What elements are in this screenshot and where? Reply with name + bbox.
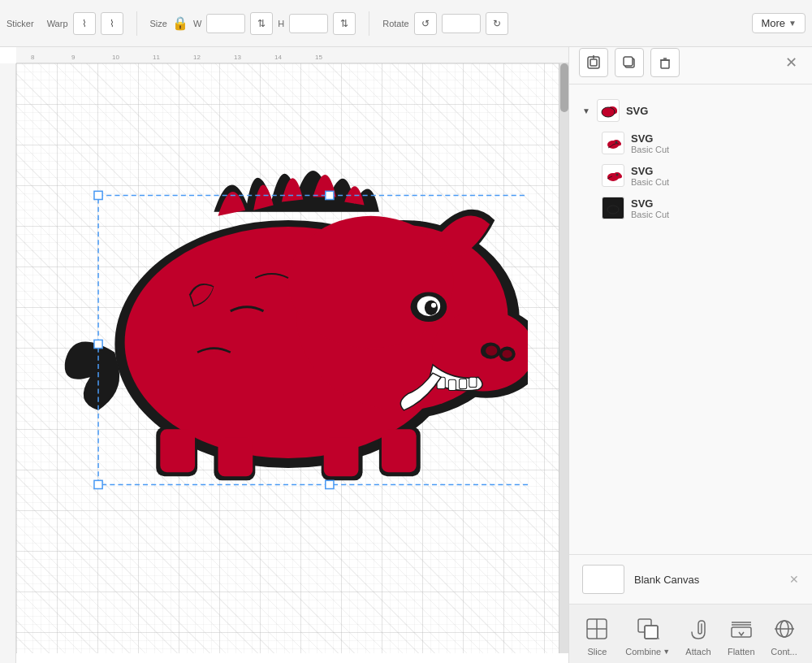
trash-icon: [658, 55, 672, 70]
more-label: More: [761, 17, 785, 29]
panel-bottom-toolbar: Slice Combine ▼: [569, 604, 812, 663]
rotate-cw-btn[interactable]: ↻: [486, 12, 508, 35]
delete-layer-btn[interactable]: [650, 48, 680, 77]
layer-item-sub-2: Basic Cut: [631, 210, 669, 219]
ruler-left: [0, 63, 16, 663]
layers-list: ▼ SVG: [569, 84, 812, 554]
scrollbar-thumb[interactable]: [560, 63, 568, 112]
scrollbar-right[interactable]: [559, 63, 568, 653]
layer-group-header[interactable]: ▼ SVG: [579, 94, 802, 127]
add-layer-btn[interactable]: [579, 48, 608, 77]
width-arrows[interactable]: ⇅: [250, 12, 273, 35]
rotate-label: Rotate: [382, 19, 408, 28]
hog-svg: [49, 145, 528, 494]
layer-group-svg: ▼ SVG: [569, 91, 812, 228]
duplicate-icon: [622, 55, 637, 70]
layer-thumb-svg-0: [603, 133, 623, 153]
svg-rect-26: [469, 377, 477, 387]
sticker-label: Sticker: [6, 19, 34, 28]
panel-toolbar: ✕: [569, 41, 812, 84]
layer-item-info-1: SVG Basic Cut: [631, 165, 669, 187]
layer-thumb-1: [602, 164, 624, 187]
layer-item-name-2: SVG: [631, 197, 669, 210]
svg-rect-31: [94, 340, 102, 348]
svg-rect-34: [326, 480, 334, 488]
height-label: H: [278, 19, 284, 28]
blank-canvas-row: Blank Canvas ✕: [582, 565, 799, 594]
warp-group: Warp ⌇ ⌇: [47, 12, 123, 35]
blank-canvas-label: Blank Canvas: [634, 574, 699, 586]
layer-thumb-svg-2: [603, 198, 623, 218]
layer-item-0[interactable]: SVG Basic Cut: [598, 127, 802, 159]
svg-point-17: [425, 301, 438, 315]
width-input[interactable]: [206, 14, 245, 33]
attach-icon: [684, 614, 713, 644]
layer-item-2[interactable]: SVG Basic Cut: [598, 192, 802, 224]
bottom-tool-flatten[interactable]: Flatten: [727, 614, 756, 656]
more-chevron: ▼: [788, 19, 797, 28]
svg-rect-41: [661, 60, 669, 68]
lock-icon: 🔒: [172, 15, 188, 31]
layer-item-sub-0: Basic Cut: [631, 145, 669, 154]
layer-group-name: SVG: [626, 105, 648, 117]
svg-rect-28: [94, 191, 102, 199]
top-toolbar: Sticker Warp ⌇ ⌇ Size 🔒 W ⇅ H ⇅ Rotate ↺…: [0, 0, 812, 47]
svg-point-10: [288, 216, 453, 349]
combine-label-row: Combine ▼: [625, 647, 670, 656]
size-group: Size 🔒 W ⇅ H ⇅: [150, 12, 356, 35]
main-canvas-area: 8 9 10 11 12 13 14 15: [0, 47, 568, 663]
layer-group-thumb-svg: [598, 101, 618, 120]
svg-rect-14: [382, 429, 417, 472]
svg-rect-25: [460, 379, 467, 388]
rotate-input[interactable]: [442, 14, 481, 33]
width-label: W: [193, 19, 201, 28]
svg-point-21: [486, 346, 497, 356]
combine-chevron: ▼: [663, 648, 670, 656]
layer-item-info-2: SVG Basic Cut: [631, 197, 669, 219]
ruler-top: 8 9 10 11 12 13 14 15: [16, 47, 568, 63]
warp-icon-btn[interactable]: ⌇: [73, 12, 96, 35]
sticker-group: Sticker: [6, 19, 34, 28]
svg-rect-37: [590, 59, 597, 66]
blank-canvas-thumb: [582, 565, 624, 594]
svg-rect-40: [624, 57, 633, 66]
svg-rect-29: [326, 191, 334, 199]
warp-icon-btn2[interactable]: ⌇: [101, 12, 123, 35]
layer-group-thumb: [597, 99, 620, 122]
height-arrows[interactable]: ⇅: [333, 12, 356, 35]
blank-canvas-close[interactable]: ✕: [789, 573, 799, 586]
bottom-tool-slice[interactable]: Slice: [582, 614, 611, 656]
blank-canvas-section: Blank Canvas ✕: [569, 554, 812, 604]
svg-rect-24: [448, 379, 456, 390]
panel-close-btn[interactable]: ✕: [780, 51, 802, 74]
add-layer-icon: [586, 55, 601, 70]
svg-point-51: [615, 141, 618, 144]
cont-label: Cont...: [771, 647, 797, 656]
attach-label: Attach: [685, 647, 710, 656]
rotate-group: Rotate ↺ ↻: [382, 12, 508, 35]
layer-children: SVG Basic Cut: [579, 127, 802, 224]
duplicate-layer-btn[interactable]: [615, 48, 644, 77]
flatten-label: Flatten: [728, 647, 755, 656]
layer-item-info-0: SVG Basic Cut: [631, 132, 669, 154]
bottom-tool-combine[interactable]: Combine ▼: [625, 614, 670, 656]
svg-rect-12: [218, 437, 253, 476]
hog-image[interactable]: [49, 145, 528, 494]
slice-icon: [582, 614, 611, 644]
canvas[interactable]: [16, 63, 559, 653]
svg-rect-64: [645, 626, 658, 639]
layer-item-1[interactable]: SVG Basic Cut: [598, 159, 802, 192]
bottom-tool-cont[interactable]: Cont...: [770, 614, 799, 656]
svg-point-22: [502, 350, 512, 358]
warp-label: Warp: [47, 19, 68, 28]
layer-thumb-2: [602, 197, 624, 219]
svg-rect-36: [588, 57, 599, 68]
more-button[interactable]: More ▼: [752, 13, 806, 33]
svg-rect-33: [94, 480, 102, 488]
bottom-tool-attach[interactable]: Attach: [684, 614, 713, 656]
rotate-ccw-btn[interactable]: ↺: [414, 12, 437, 35]
right-panel: Layers Color Sync ✕: [568, 0, 812, 663]
height-input[interactable]: [289, 14, 328, 33]
layer-item-name-0: SVG: [631, 132, 669, 145]
slice-label: Slice: [587, 647, 607, 656]
